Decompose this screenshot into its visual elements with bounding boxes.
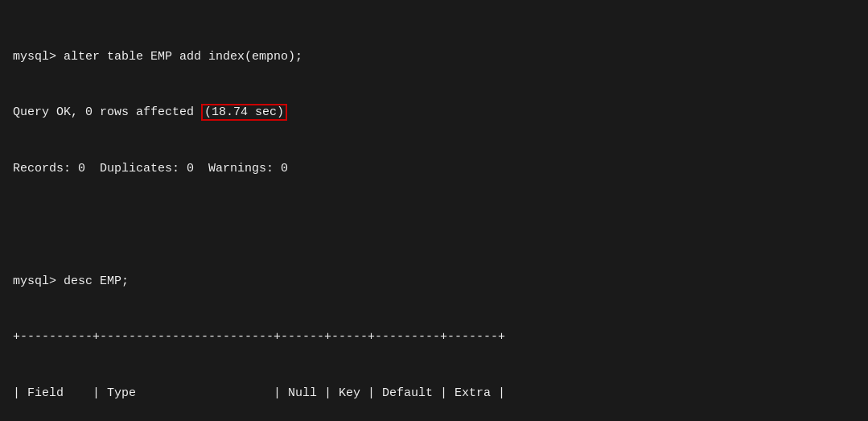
result-line-2: Records: 0 Duplicates: 0 Warnings: 0 [13, 159, 855, 178]
result-line-1: Query OK, 0 rows affected (18.74 sec) [13, 103, 855, 122]
command-line-1: mysql> alter table EMP add index(empno); [13, 47, 855, 66]
table-divider-top: +----------+------------------------+---… [13, 328, 855, 346]
command-line-2: mysql> desc EMP; [13, 272, 855, 291]
table-header: | Field | Type | Null | Key | Default | … [13, 384, 855, 402]
result-pre-text: Query OK, 0 rows affected [13, 105, 201, 119]
timing-highlight: (18.74 sec) [201, 104, 287, 121]
blank-line [13, 216, 855, 234]
terminal-window: mysql> alter table EMP add index(empno);… [13, 10, 855, 421]
